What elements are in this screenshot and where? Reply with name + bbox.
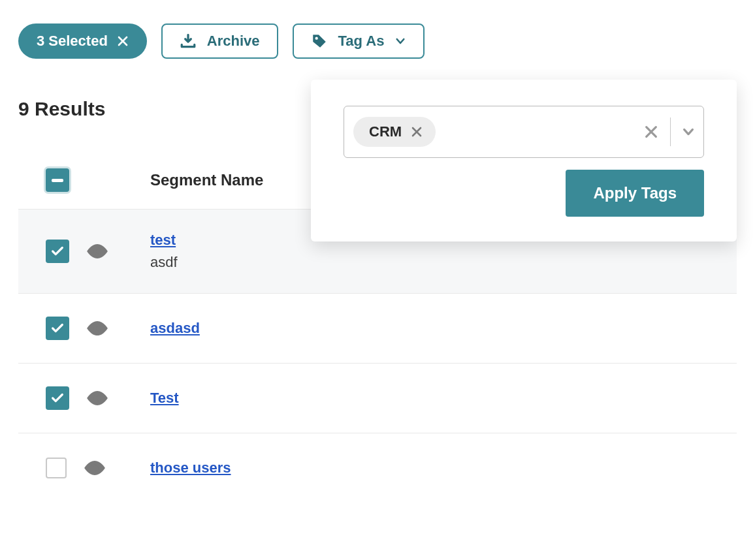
tag-as-button[interactable]: Tag As [293,23,425,59]
action-toolbar: 3 Selected Archive Tag As [18,23,737,59]
selected-count-label: 3 Selected [37,33,108,50]
tag-icon [311,33,328,50]
tag-chip-label: CRM [369,123,402,140]
row-checkbox[interactable] [46,458,67,478]
visibility-icon[interactable] [85,316,110,341]
svg-point-4 [96,326,100,330]
table-row: Test [18,364,737,433]
selected-count-pill[interactable]: 3 Selected [18,23,147,59]
clear-selection-icon[interactable] [117,35,129,47]
tag-as-button-label: Tag As [338,33,385,50]
row-checkbox[interactable] [46,317,69,340]
svg-point-2 [96,249,100,253]
apply-tags-button[interactable]: Apply Tags [566,170,704,217]
svg-point-8 [93,466,97,470]
svg-point-0 [315,37,317,40]
archive-icon [180,33,197,50]
segment-name-link[interactable]: asdasd [150,320,200,337]
archive-button[interactable]: Archive [161,23,278,59]
tag-as-popover: CRM Apply Tags [311,80,737,241]
tag-multiselect[interactable]: CRM [344,106,704,158]
visibility-icon[interactable] [82,456,107,480]
table-row: those users [18,433,737,503]
segment-subtitle: asdf [150,254,178,271]
archive-button-label: Archive [207,33,260,50]
visibility-icon[interactable] [85,386,110,411]
table-row: asdasd [18,294,737,364]
segment-name-link[interactable]: those users [150,459,231,476]
visibility-icon[interactable] [85,239,110,264]
select-all-checkbox[interactable] [46,168,69,192]
column-header-segment-name: Segment Name [150,171,263,189]
chevron-down-icon[interactable] [681,125,696,139]
segment-name-link[interactable]: Test [150,390,179,407]
separator [670,117,671,146]
row-checkbox[interactable] [46,386,69,410]
chevron-down-icon [394,35,406,47]
row-checkbox[interactable] [46,240,69,263]
clear-tags-icon[interactable] [644,125,658,139]
svg-point-6 [96,396,100,400]
tag-chip: CRM [353,117,436,147]
segment-name-link[interactable]: test [150,232,178,249]
tag-chip-remove-icon[interactable] [411,126,423,138]
